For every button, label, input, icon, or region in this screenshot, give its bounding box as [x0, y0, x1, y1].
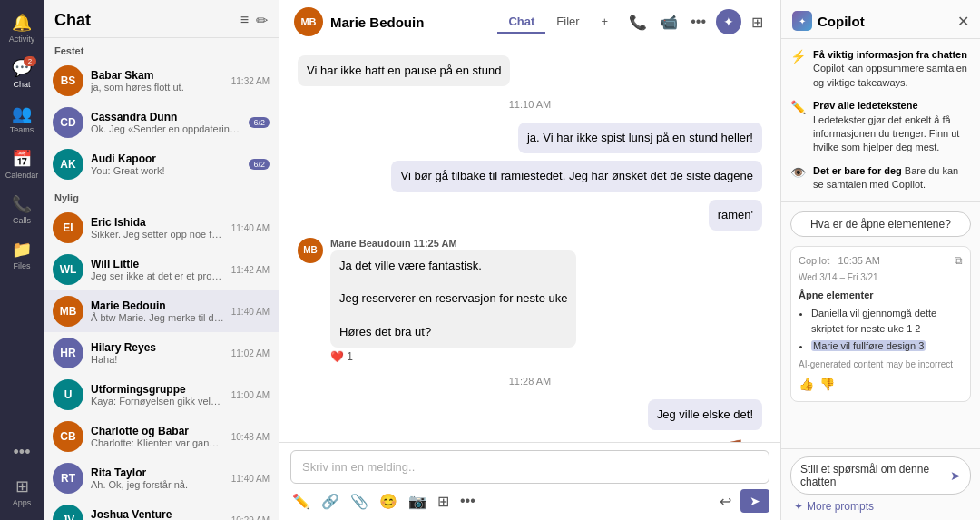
- sparkle-icon: ✦: [794, 500, 803, 513]
- chat-item-charlotte[interactable]: CBCharlotte og BabarCharlotte: Klienten …: [44, 416, 279, 457]
- call-button[interactable]: 📞: [626, 11, 650, 34]
- chat-time-will: 11:42 AM: [231, 265, 270, 275]
- copilot-feature-2: ✏️ Prøv alle ledetekstene Ledetekster gj…: [790, 99, 971, 155]
- thumbs-up-icon[interactable]: 👍: [799, 375, 814, 394]
- chat-item-eric[interactable]: EIEric IshidaSikker. Jeg setter opp noe …: [44, 207, 279, 249]
- chat-item-hilary[interactable]: HRHilary ReyesHaha!11:02 AM: [44, 332, 279, 374]
- chat-name-babar: Babar Skam: [91, 69, 224, 82]
- response-section-title: Åpne elementer: [799, 288, 963, 303]
- nav-activity[interactable]: 🔔 Activity: [0, 7, 44, 49]
- response-items: Daniella vil gjennomgå dette skriptet fo…: [799, 306, 963, 354]
- response-item-1: Daniella vil gjennomgå dette skriptet fo…: [811, 306, 963, 336]
- chat-item-cassandra[interactable]: CDCassandra DunnOk. Jeg «Sender en oppda…: [44, 102, 279, 143]
- loop-icon[interactable]: ↩: [718, 491, 733, 512]
- copilot-response-body: Wed 3/14 – Fri 3/21 Åpne elementer Danie…: [799, 270, 963, 394]
- header-icons: ≡ ✏: [240, 12, 268, 29]
- copilot-panel: ✦ Copilot ✕ ⚡ Få viktig informasjon fra …: [780, 0, 980, 520]
- apps-toolbar-icon[interactable]: ⊞: [436, 491, 451, 512]
- message-row-self: Jeg ville elske det!: [298, 399, 762, 430]
- more-button[interactable]: •••: [688, 11, 709, 33]
- copilot-response: Copilot 10:35 AM ⧉ Wed 3/14 – Fri 3/21 Å…: [790, 246, 971, 402]
- copilot-sender: Copilot 10:35 AM: [799, 255, 880, 266]
- chat-preview-audi: You: Great work!: [91, 165, 241, 176]
- recent-list: EIEric IshidaSikker. Jeg setter opp noe …: [44, 207, 279, 520]
- messages-area: Vi har ikke hatt en pause på en stund11:…: [279, 44, 780, 442]
- video-button[interactable]: 📹: [657, 11, 681, 34]
- chat-input-area: Skriv inn en melding.. ✏️ 🔗 📎 😊 📷 ⊞ ••• …: [279, 442, 780, 520]
- nav-chat[interactable]: 💬 2 Chat: [0, 53, 44, 94]
- tab-add[interactable]: +: [591, 11, 620, 34]
- chat-list-panel: Chat ≡ ✏ Festet BSBabar Skamja, som høre…: [44, 0, 279, 520]
- chat-list-scroll: Festet BSBabar Skamja, som høres flott u…: [44, 38, 279, 520]
- chat-item-marie[interactable]: MBMarie BedouinÅ btw Marie. Jeg merke ti…: [44, 290, 279, 332]
- copilot-prompt-button[interactable]: Hva er de åpne elementene?: [790, 211, 971, 237]
- chat-preview-babar: ja, som høres flott ut.: [91, 82, 224, 93]
- message-bubble-self: Vi bør gå tilbake til ramiestedet. Jeg h…: [391, 161, 762, 191]
- nav-files[interactable]: 📁 Files: [0, 234, 44, 276]
- chat-item-rita[interactable]: RTRita TaylorAh. Ok, jeg forstår nå.11:4…: [44, 457, 279, 499]
- chat-item-utforming[interactable]: UUtformingsgruppeKaya: Fornøyelsen gikk …: [44, 374, 279, 416]
- emoji-icon[interactable]: 😊: [377, 491, 399, 512]
- message-bubble-named: Ja det ville være fantastisk.Jeg reserve…: [330, 250, 576, 348]
- more-toolbar-icon[interactable]: •••: [458, 491, 477, 511]
- chat-name-rita: Rita Taylor: [91, 466, 224, 479]
- chat-time-rita: 11:40 AM: [231, 474, 270, 484]
- copilot-input[interactable]: Still et spørsmål om denne chatten: [800, 463, 945, 488]
- avatar-will: WL: [53, 254, 83, 285]
- filter-icon[interactable]: ≡: [240, 12, 249, 29]
- feature-2-text: Prøv alle ledetekstene Ledetekster gjør …: [813, 99, 971, 155]
- feature-private-icon: 👁️: [790, 165, 806, 180]
- copilot-bottom: Still et spørsmål om denne chatten ➤ ✦ M…: [781, 448, 980, 520]
- message-row-self: ja. Vi har ikke spist lunsj på en stund …: [298, 123, 762, 153]
- copilot-close-button[interactable]: ✕: [957, 13, 969, 30]
- message-row: Vi har ikke hatt en pause på en stund: [298, 55, 762, 86]
- chat-time-joshua: 10:29 AM: [231, 515, 270, 521]
- chat-item-babar[interactable]: BSBabar Skamja, som høres flott ut.11:32…: [44, 60, 279, 102]
- message-bubble-self: ja. Vi har ikke spist lunsj på en stund …: [518, 123, 762, 153]
- nav-calls[interactable]: 📞 Calls: [0, 189, 44, 231]
- nav-teams[interactable]: 👥 Teams: [0, 98, 44, 140]
- copy-response-icon[interactable]: ⧉: [955, 254, 963, 267]
- feature-info-icon: ⚡: [790, 49, 806, 64]
- format-icon[interactable]: ✏️: [290, 491, 312, 512]
- nav-apps-label: Apps: [13, 498, 32, 507]
- nav-apps[interactable]: ⊞ Apps: [0, 471, 44, 513]
- tab-filer[interactable]: Filer: [545, 11, 590, 34]
- image-icon[interactable]: 📷: [407, 491, 428, 512]
- avatar-babar: BS: [53, 65, 83, 96]
- chat-header: MB Marie Bedouin Chat Filer + 📞 📹 ••• ✦ …: [279, 0, 780, 44]
- copilot-title: Copilot: [818, 14, 952, 29]
- message-row-self: Vi bør gå tilbake til ramiestedet. Jeg h…: [298, 161, 762, 191]
- chat-item-joshua[interactable]: JVJoshua VentureThanks for reviewing!10:…: [44, 499, 279, 520]
- sidebar-toggle-button[interactable]: ⊞: [749, 11, 766, 34]
- nav-more[interactable]: •••: [14, 437, 31, 467]
- attach-file-icon[interactable]: 📎: [348, 491, 370, 512]
- message-timestamp: 11:10 AM: [298, 99, 762, 110]
- copilot-button[interactable]: ✦: [716, 9, 741, 34]
- send-button[interactable]: ➤: [740, 489, 769, 513]
- chat-name-eric: Eric Ishida: [91, 216, 224, 229]
- message-input-placeholder[interactable]: Skriv inn en melding..: [290, 450, 769, 484]
- apps-icon: ⊞: [15, 476, 29, 496]
- copilot-logo: ✦: [792, 11, 812, 31]
- new-chat-icon[interactable]: ✏: [256, 12, 268, 29]
- attach-link-icon[interactable]: 🔗: [319, 491, 341, 512]
- nav-files-label: Files: [13, 261, 30, 270]
- response-item-2: Marie vil fullføre design 3: [811, 338, 963, 354]
- chat-item-will[interactable]: WLWill LittleJeg ser ikke at det er et p…: [44, 249, 279, 290]
- chat-badge: 2: [24, 56, 36, 66]
- copilot-more-prompts[interactable]: ✦ More prompts: [790, 500, 971, 513]
- message-row-self: ramen': [298, 200, 762, 231]
- tab-chat[interactable]: Chat: [497, 11, 545, 34]
- chat-time-eric: 11:40 AM: [231, 223, 270, 233]
- teams-icon: 👥: [12, 103, 32, 123]
- calls-icon: 📞: [12, 194, 32, 214]
- copilot-send-button[interactable]: ➤: [950, 468, 961, 483]
- nav-calls-label: Calls: [13, 216, 31, 225]
- chat-item-audi[interactable]: AKAudi KapoorYou: Great work!6/2: [44, 143, 279, 185]
- message-sender-name: Marie Beaudouin 11:25 AM: [330, 238, 576, 249]
- nav-calendar[interactable]: 📅 Calendar: [0, 143, 44, 185]
- chat-time-babar: 11:32 AM: [231, 76, 270, 86]
- thumbs-down-icon[interactable]: 👎: [819, 375, 835, 394]
- avatar-audi: AK: [53, 149, 83, 180]
